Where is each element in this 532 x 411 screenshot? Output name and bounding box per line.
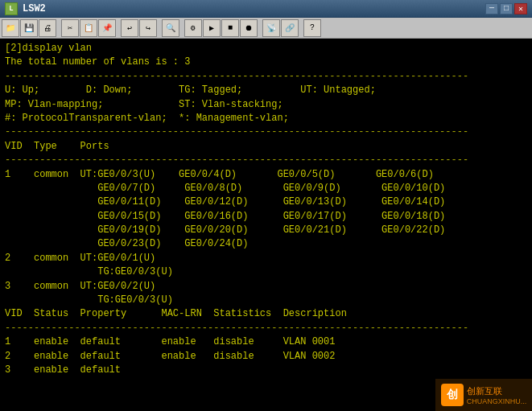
terminal-line: #: ProtocolTransparent-vlan; *: Manageme…	[5, 112, 527, 125]
maximize-button[interactable]: □	[500, 3, 513, 14]
terminal-line: 1 common UT:GE0/0/3(U) GE0/0/4(D) GE0/0/…	[5, 168, 527, 182]
watermark-logo: 创	[441, 384, 464, 406]
toolbar-btn-4[interactable]: ✂	[61, 19, 79, 37]
terminal-line: ----------------------------------------…	[5, 154, 527, 167]
terminal-line: 2 common UT:GE0/0/1(U)	[5, 252, 527, 265]
window-title: LSW2	[23, 3, 46, 14]
toolbar-btn-12[interactable]: ■	[221, 19, 239, 37]
toolbar-btn-14[interactable]: 📡	[262, 19, 280, 37]
window-controls: ─ □ ✕	[485, 3, 527, 14]
title-bar-left: L LSW2	[5, 2, 46, 15]
toolbar-btn-7[interactable]: ↩	[121, 19, 138, 37]
toolbar-btn-13[interactable]: ⏺	[240, 19, 258, 37]
watermark-text: 创新互联 CHUANGXINHU...	[467, 385, 527, 405]
terminal-line: ----------------------------------------…	[5, 125, 527, 139]
terminal-line: GE0/0/11(D) GE0/0/12(D) GE0/0/13(D) GE0/…	[5, 195, 527, 209]
toolbar-btn-5[interactable]: 📋	[80, 19, 97, 37]
minimize-button[interactable]: ─	[485, 3, 498, 14]
terminal-line: U: Up; D: Down; TG: Tagged; UT: Untagged…	[5, 84, 527, 97]
toolbar-btn-10[interactable]: ⚙	[184, 19, 202, 37]
terminal-line: GE0/0/7(D) GE0/0/8(D) GE0/0/9(D) GE0/0/1…	[5, 182, 527, 195]
terminal-line: The total number of vlans is : 3	[5, 55, 527, 69]
terminal-line: 3 common UT:GE0/0/2(U)	[5, 280, 527, 294]
terminal-line: GE0/0/15(D) GE0/0/16(D) GE0/0/17(D) GE0/…	[5, 210, 527, 224]
terminal-line: ----------------------------------------…	[5, 70, 527, 84]
terminal-line: TG:GE0/0/3(U)	[5, 265, 527, 279]
terminal-line: [2]display vlan	[5, 42, 527, 55]
toolbar-btn-11[interactable]: ▶	[203, 19, 221, 37]
toolbar-btn-2[interactable]: 💾	[20, 19, 38, 37]
watermark: 创 创新互联 CHUANGXINHU...	[435, 379, 532, 411]
terminal-line: 1 enable default enable disable VLAN 000…	[5, 335, 527, 349]
title-bar: L LSW2 ─ □ ✕	[0, 0, 532, 18]
toolbar-btn-15[interactable]: 🔗	[281, 19, 299, 37]
terminal-line: VID Type Ports	[5, 140, 527, 154]
toolbar-btn-9[interactable]: 🔍	[162, 19, 179, 37]
toolbar: 📁 💾 🖨 ✂ 📋 📌 ↩ ↪ 🔍 ⚙ ▶ ■ ⏺ 📡 🔗 ?	[0, 18, 532, 39]
terminal-line: 3 enable default	[5, 364, 527, 377]
terminal-line: TG:GE0/0/3(U)	[5, 294, 527, 307]
terminal-line: ----------------------------------------…	[5, 322, 527, 335]
terminal-line: MP: Vlan-mapping; ST: Vlan-stacking;	[5, 98, 527, 112]
terminal-output[interactable]: [2]display vlanThe total number of vlans…	[0, 39, 532, 411]
terminal-line: GE0/0/19(D) GE0/0/20(D) GE0/0/21(D) GE0/…	[5, 224, 527, 237]
toolbar-btn-6[interactable]: 📌	[98, 19, 116, 37]
terminal-line: 2 enable default enable disable VLAN 000…	[5, 350, 527, 364]
toolbar-btn-16[interactable]: ?	[303, 19, 321, 37]
toolbar-btn-3[interactable]: 🖨	[39, 19, 56, 37]
app-icon: L	[5, 2, 18, 15]
close-button[interactable]: ✕	[514, 3, 527, 14]
terminal-line: VID Status Property MAC-LRN Statistics D…	[5, 307, 527, 321]
toolbar-btn-1[interactable]: 📁	[2, 19, 19, 37]
terminal-line: GE0/0/23(D) GE0/0/24(D)	[5, 237, 527, 251]
toolbar-btn-8[interactable]: ↪	[139, 19, 157, 37]
